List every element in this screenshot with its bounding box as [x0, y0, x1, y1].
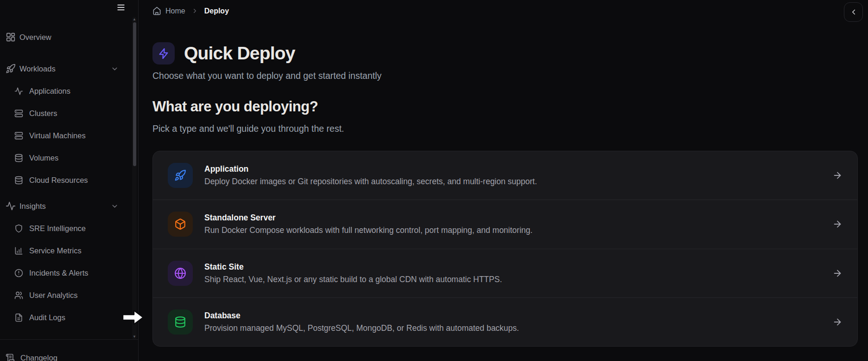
home-icon: [152, 6, 161, 15]
activity-icon: [6, 201, 16, 211]
sidebar-item-label: Virtual Machines: [29, 131, 86, 140]
sidebar-item-insights[interactable]: Insights: [6, 197, 132, 215]
page-subtitle: Choose what you want to deploy and get s…: [152, 71, 381, 81]
sidebar-item-service-metrics[interactable]: Service Metrics: [6, 241, 132, 260]
rocket-icon: [174, 169, 186, 181]
sidebar-item-label: Workloads: [19, 64, 56, 73]
main-content: Home Deploy Quick Deploy Choose what you…: [139, 0, 868, 361]
sidebar-item-label: Volumes: [29, 154, 58, 162]
arrow-right-icon: [832, 219, 843, 229]
card-description: Provision managed MySQL, PostgreSQL, Mon…: [204, 323, 519, 333]
sidebar-item-label: Insights: [19, 202, 46, 211]
file-text-icon: [14, 313, 23, 322]
sidebar-item-virtual-machines[interactable]: Virtual Machines: [6, 126, 132, 145]
database-icon: [14, 176, 23, 185]
card-title: Static Site: [204, 262, 502, 272]
card-description: Run Docker Compose workloads with full n…: [204, 226, 532, 235]
card-description: Deploy Docker images or Git repositories…: [204, 177, 537, 187]
sidebar: Overview Workloads Applications Clusters: [0, 0, 139, 361]
package-box-icon: [174, 218, 186, 230]
sidebar-item-applications[interactable]: Applications: [6, 82, 132, 100]
alert-circle-icon: [14, 269, 23, 277]
hamburger-menu-icon[interactable]: [116, 2, 126, 13]
arrow-right-icon: [832, 170, 843, 180]
breadcrumb-home-label: Home: [165, 7, 185, 15]
lightning-bolt-icon: [158, 48, 170, 59]
sidebar-item-label: Applications: [29, 87, 70, 96]
sidebar-item-label: Changelog: [20, 354, 57, 361]
chevron-down-icon: [111, 202, 119, 210]
deploy-card-static-site[interactable]: Static Site Ship React, Vue, Next.js or …: [153, 249, 857, 297]
card-title: Application: [204, 164, 537, 174]
users-icon: [14, 291, 23, 300]
static-site-badge: [168, 261, 193, 286]
database-icon: [14, 154, 23, 162]
sidebar-item-label: Audit Logs: [29, 313, 65, 322]
scroll-text-icon: [6, 353, 15, 361]
chevron-left-icon: [849, 8, 858, 16]
sidebar-item-sre-intelligence[interactable]: SRE Intelligence: [6, 219, 132, 238]
server-icon: [14, 109, 23, 118]
arrow-right-icon: [832, 268, 843, 278]
page-title: Quick Deploy: [184, 43, 295, 64]
sidebar-item-label: User Analytics: [29, 291, 78, 300]
scrollbar-up-arrow-icon[interactable]: ▲: [132, 17, 137, 22]
breadcrumb-current: Deploy: [204, 7, 229, 15]
standalone-server-badge: [168, 212, 193, 237]
shield-icon: [14, 224, 23, 233]
sidebar-item-volumes[interactable]: Volumes: [6, 148, 132, 167]
deploy-type-list: Application Deploy Docker images or Git …: [152, 151, 858, 347]
activity-icon: [14, 87, 23, 96]
database-badge: [168, 309, 193, 335]
globe-icon: [174, 267, 186, 279]
section-heading: What are you deploying?: [152, 98, 318, 115]
dashboard-grid-icon: [6, 32, 16, 42]
deploy-card-application[interactable]: Application Deploy Docker images or Git …: [153, 151, 857, 200]
page-header: Quick Deploy: [152, 42, 295, 64]
application-badge: [168, 163, 193, 188]
sidebar-item-workloads[interactable]: Workloads: [6, 59, 132, 78]
section-subheading: Pick a type and we'll guide you through …: [152, 123, 344, 134]
breadcrumb: Home Deploy: [152, 6, 229, 15]
card-title: Database: [204, 311, 519, 321]
server-icon: [14, 131, 23, 140]
sidebar-item-cloud-resources[interactable]: Cloud Resources: [6, 171, 132, 189]
chevron-down-icon: [111, 65, 119, 73]
sidebar-item-label: Clusters: [29, 109, 57, 118]
quick-deploy-badge: [152, 42, 175, 64]
sidebar-item-label: SRE Intelligence: [29, 224, 86, 233]
card-title: Standalone Server: [204, 213, 532, 223]
scrollbar-thumb[interactable]: [133, 22, 136, 166]
scrollbar-down-arrow-icon[interactable]: ▼: [132, 335, 137, 339]
sidebar-item-overview[interactable]: Overview: [6, 28, 132, 46]
sidebar-scrollbar[interactable]: ▲ ▼: [132, 17, 137, 340]
database-icon: [174, 316, 186, 328]
deploy-card-standalone-server[interactable]: Standalone Server Run Docker Compose wor…: [153, 200, 857, 248]
sidebar-item-clusters[interactable]: Clusters: [6, 104, 132, 122]
sidebar-nav: Overview Workloads Applications Clusters: [0, 0, 138, 327]
card-description: Ship React, Vue, Next.js or any static b…: [204, 275, 502, 284]
breadcrumb-home-link[interactable]: Home: [152, 6, 185, 15]
chevron-right-icon: [191, 7, 198, 14]
sidebar-footer: Changelog: [0, 339, 138, 361]
arrow-right-icon: [832, 317, 843, 327]
sidebar-item-user-analytics[interactable]: User Analytics: [6, 286, 132, 304]
bar-chart-icon: [14, 246, 23, 255]
sidebar-item-audit-logs[interactable]: Audit Logs: [6, 308, 132, 327]
sidebar-item-label: Overview: [19, 33, 51, 42]
sidebar-item-label: Cloud Resources: [29, 176, 88, 185]
deploy-card-database[interactable]: Database Provision managed MySQL, Postgr…: [153, 297, 857, 346]
sidebar-item-incidents-alerts[interactable]: Incidents & Alerts: [6, 264, 132, 282]
sidebar-item-changelog[interactable]: Changelog: [6, 348, 133, 361]
collapse-panel-button[interactable]: [844, 2, 863, 22]
sidebar-item-label: Service Metrics: [29, 246, 82, 255]
sidebar-item-label: Incidents & Alerts: [29, 269, 88, 277]
rocket-icon: [6, 64, 16, 74]
